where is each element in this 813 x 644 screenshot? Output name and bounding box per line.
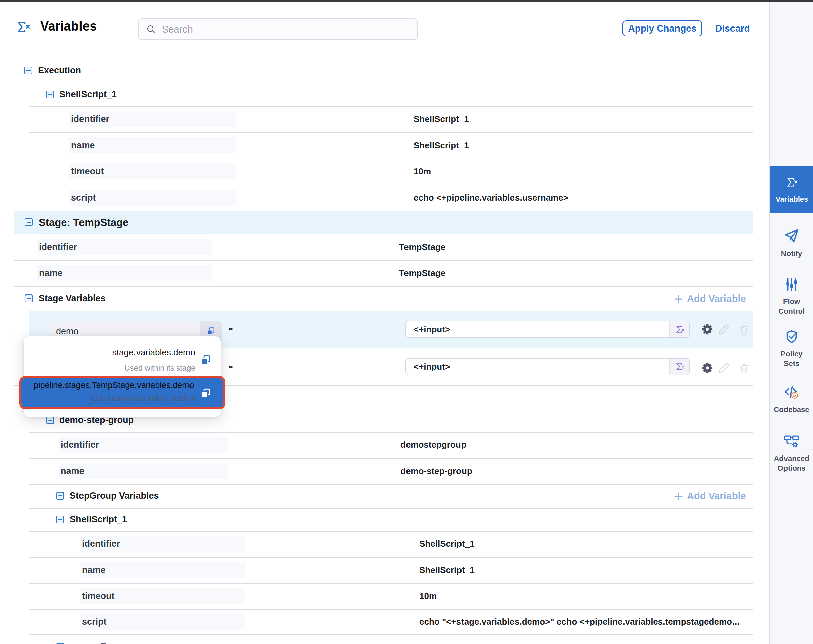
search-icon <box>146 24 156 34</box>
pencil-icon[interactable] <box>717 361 730 375</box>
variable-name-text: demo <box>56 327 199 337</box>
sidebar-item-variables[interactable]: Variables <box>770 166 813 213</box>
sidebar-item-label: Notify <box>770 248 813 258</box>
section-stage: Stage: TempStage <box>38 217 129 229</box>
add-variable-button[interactable]: Add Variable <box>673 491 746 502</box>
gear-icon[interactable] <box>702 362 713 374</box>
pipeline-gear-icon <box>784 434 799 449</box>
field-label-text: script <box>82 616 107 627</box>
sidebar-item-label: Advanced <box>770 454 813 463</box>
row-divider <box>14 83 753 83</box>
variable-row-actions <box>702 323 759 336</box>
collapse-toggle-shellscript1-inner[interactable] <box>56 515 64 523</box>
discard-button[interactable]: Discard <box>715 20 750 36</box>
sidebar-item-codebase[interactable]: Codebase <box>770 385 813 414</box>
sidebar-item-label: Variables <box>770 194 813 204</box>
sidebar-item-flow-control[interactable]: Flow Control <box>770 277 813 316</box>
field-label-text: name <box>61 466 84 476</box>
collapse-toggle-execution[interactable] <box>25 67 32 74</box>
collapse-toggle-stepgroup-variables[interactable] <box>56 492 64 500</box>
collapse-toggle-shellscript1[interactable] <box>46 90 54 98</box>
trash-icon[interactable] <box>738 362 750 374</box>
field-value: demo-step-group <box>400 466 472 476</box>
shield-check-icon <box>784 329 799 345</box>
popup-item-scope-desc: Used anywhere within pipeline <box>92 394 196 403</box>
popup-item-stage-scope[interactable]: stage.variables.demo <box>112 347 195 357</box>
field-label-text: identifier <box>71 114 109 124</box>
variable-row-actions <box>702 361 759 375</box>
variable-value-input[interactable]: <+input> <box>405 358 690 375</box>
field-value: echo "<+stage.variables.demo>" echo <+pi… <box>419 616 739 627</box>
field-label-text: identifier <box>82 539 120 549</box>
variable-value-text: <+input> <box>414 324 669 335</box>
field-label-text: timeout <box>71 166 104 177</box>
search-input[interactable]: Search <box>138 18 418 40</box>
add-variable-label: Add Variable <box>687 491 746 502</box>
sidebar-item-label: Control <box>770 306 813 316</box>
sigma-x-small-icon <box>674 362 685 372</box>
collapse-toggle-stage[interactable] <box>25 218 32 226</box>
field-label: timeout <box>80 588 245 604</box>
collapse-toggle-stage-variables[interactable] <box>25 294 32 302</box>
row-divider <box>29 106 753 107</box>
sliders-icon <box>784 277 799 292</box>
variable-required-dash: - <box>229 320 233 336</box>
window-top-strip <box>0 0 813 2</box>
field-label-text: timeout <box>82 591 115 601</box>
row-divider <box>29 583 753 584</box>
trash-icon[interactable] <box>738 323 750 336</box>
code-warning-icon <box>783 385 800 400</box>
plus-icon <box>673 294 684 304</box>
sidebar-item-advanced-options[interactable]: Advanced Options <box>770 434 813 473</box>
field-label-text: name <box>71 140 95 150</box>
variables-panel: Variables Search Apply Changes Discard E… <box>0 0 813 644</box>
next-section-label-partial <box>101 642 106 644</box>
field-label: script <box>80 613 245 630</box>
variable-required-dash: - <box>229 358 233 374</box>
popup-item-scope-desc: Used within its stage <box>124 363 195 373</box>
section-stepgroup-variables: StepGroup Variables <box>70 491 159 501</box>
field-value: 10m <box>414 166 431 177</box>
add-variable-button[interactable]: Add Variable <box>673 293 746 304</box>
field-label: name <box>80 562 245 578</box>
pencil-icon[interactable] <box>717 323 730 336</box>
plus-icon <box>673 491 684 501</box>
collapse-toggle-step-group[interactable] <box>46 416 54 424</box>
popup-item-pipeline-scope[interactable]: pipeline.stages.TempStage.variables.demo… <box>20 376 225 409</box>
row-divider <box>29 484 753 485</box>
expression-suffix[interactable] <box>669 321 689 337</box>
sidebar-item-notify[interactable]: Notify <box>770 227 813 258</box>
copy-icon <box>206 327 215 336</box>
paper-plane-icon <box>783 227 800 244</box>
field-label-text: name <box>82 565 106 575</box>
row-divider <box>29 159 753 159</box>
gear-icon[interactable] <box>702 324 713 335</box>
apply-changes-button[interactable]: Apply Changes <box>623 20 702 36</box>
section-stage-variables: Stage Variables <box>38 293 106 304</box>
sidebar-item-label: Codebase <box>770 405 813 414</box>
field-value: ShellScript_1 <box>419 565 475 575</box>
variable-value-input[interactable]: <+input> <box>405 320 690 338</box>
copy-icon[interactable] <box>200 354 211 366</box>
section-shellscript1: ShellScript_1 <box>59 89 117 100</box>
field-label-text: script <box>71 193 96 203</box>
sidebar-item-label: Options <box>770 463 813 473</box>
row-divider <box>29 458 753 458</box>
row-divider <box>29 634 753 635</box>
variable-value-text: <+input> <box>414 362 669 372</box>
sidebar-item-label: Flow <box>770 296 813 306</box>
search-placeholder: Search <box>162 24 193 35</box>
expression-suffix[interactable] <box>669 359 689 375</box>
field-label: timeout <box>69 163 236 179</box>
sidebar-item-label: Sets <box>770 359 813 368</box>
field-label: script <box>69 190 236 205</box>
field-value: TempStage <box>399 268 445 278</box>
copy-icon[interactable] <box>200 388 211 399</box>
field-value: ShellScript_1 <box>414 140 469 150</box>
field-value: TempStage <box>399 242 445 252</box>
row-divider <box>29 609 753 610</box>
sidebar-item-policy-sets[interactable]: Policy Sets <box>770 329 813 368</box>
field-value: demostepgroup <box>400 440 466 450</box>
field-label-text: identifier <box>61 440 99 450</box>
row-divider <box>14 287 753 287</box>
